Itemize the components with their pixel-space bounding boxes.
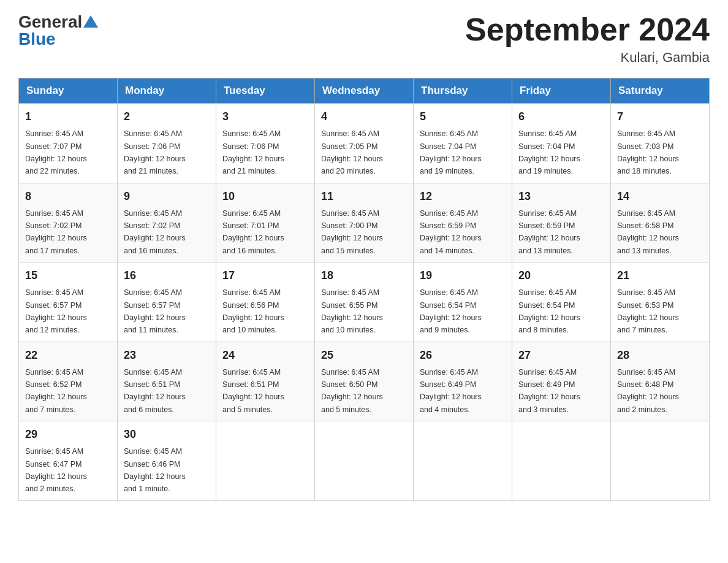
table-row xyxy=(512,421,611,501)
logo-blue-text: Blue xyxy=(18,29,56,49)
day-number: 11 xyxy=(321,188,407,205)
table-row: 9 Sunrise: 6:45 AMSunset: 7:02 PMDayligh… xyxy=(118,183,216,262)
day-info: Sunrise: 6:45 AMSunset: 7:02 PMDaylight:… xyxy=(124,209,186,255)
header-wednesday: Wednesday xyxy=(315,79,414,104)
day-number: 3 xyxy=(222,109,308,125)
page-header: General Blue September 2024 Kulari, Gamb… xyxy=(18,12,710,66)
day-info: Sunrise: 6:45 AMSunset: 6:57 PMDaylight:… xyxy=(124,288,186,334)
table-row: 8 Sunrise: 6:45 AMSunset: 7:02 PMDayligh… xyxy=(19,183,118,262)
day-info: Sunrise: 6:45 AMSunset: 6:46 PMDaylight:… xyxy=(124,447,186,493)
day-number: 18 xyxy=(321,267,407,284)
day-number: 20 xyxy=(518,267,604,284)
day-info: Sunrise: 6:45 AMSunset: 6:55 PMDaylight:… xyxy=(321,288,383,334)
table-row: 20 Sunrise: 6:45 AMSunset: 6:54 PMDaylig… xyxy=(512,262,611,342)
logo-icon: General Blue xyxy=(18,12,98,49)
table-row: 13 Sunrise: 6:45 AMSunset: 6:59 PMDaylig… xyxy=(512,183,611,262)
title-section: September 2024 Kulari, Gambia xyxy=(465,12,710,66)
day-number: 9 xyxy=(124,188,210,205)
day-info: Sunrise: 6:45 AMSunset: 6:53 PMDaylight:… xyxy=(617,288,679,334)
calendar-week-2: 8 Sunrise: 6:45 AMSunset: 7:02 PMDayligh… xyxy=(19,183,710,262)
day-info: Sunrise: 6:45 AMSunset: 6:49 PMDaylight:… xyxy=(518,368,580,414)
day-info: Sunrise: 6:45 AMSunset: 6:54 PMDaylight:… xyxy=(420,288,482,334)
day-number: 7 xyxy=(617,109,703,125)
day-info: Sunrise: 6:45 AMSunset: 6:47 PMDaylight:… xyxy=(25,447,87,493)
day-number: 28 xyxy=(617,347,703,364)
day-info: Sunrise: 6:45 AMSunset: 6:51 PMDaylight:… xyxy=(222,368,284,414)
table-row: 30 Sunrise: 6:45 AMSunset: 6:46 PMDaylig… xyxy=(118,421,216,501)
table-row: 15 Sunrise: 6:45 AMSunset: 6:57 PMDaylig… xyxy=(19,262,118,342)
day-info: Sunrise: 6:45 AMSunset: 7:03 PMDaylight:… xyxy=(617,129,679,175)
day-info: Sunrise: 6:45 AMSunset: 7:06 PMDaylight:… xyxy=(124,129,186,175)
day-number: 30 xyxy=(124,426,210,443)
header-tuesday: Tuesday xyxy=(216,79,315,104)
day-number: 14 xyxy=(617,188,703,205)
day-info: Sunrise: 6:45 AMSunset: 7:04 PMDaylight:… xyxy=(518,129,580,175)
table-row: 26 Sunrise: 6:45 AMSunset: 6:49 PMDaylig… xyxy=(414,342,512,421)
table-row: 23 Sunrise: 6:45 AMSunset: 6:51 PMDaylig… xyxy=(118,342,216,421)
day-number: 8 xyxy=(25,188,111,205)
day-info: Sunrise: 6:45 AMSunset: 6:57 PMDaylight:… xyxy=(25,288,87,334)
table-row xyxy=(414,421,512,501)
table-row: 5 Sunrise: 6:45 AMSunset: 7:04 PMDayligh… xyxy=(414,104,512,183)
calendar-week-1: 1 Sunrise: 6:45 AMSunset: 7:07 PMDayligh… xyxy=(19,104,710,183)
table-row: 18 Sunrise: 6:45 AMSunset: 6:55 PMDaylig… xyxy=(315,262,414,342)
day-info: Sunrise: 6:45 AMSunset: 7:05 PMDaylight:… xyxy=(321,129,383,175)
table-row: 14 Sunrise: 6:45 AMSunset: 6:58 PMDaylig… xyxy=(611,183,710,262)
day-info: Sunrise: 6:45 AMSunset: 6:48 PMDaylight:… xyxy=(617,368,679,414)
day-number: 13 xyxy=(518,188,604,205)
day-info: Sunrise: 6:45 AMSunset: 6:56 PMDaylight:… xyxy=(222,288,284,334)
day-number: 26 xyxy=(420,347,506,364)
day-info: Sunrise: 6:45 AMSunset: 7:04 PMDaylight:… xyxy=(420,129,482,175)
header-saturday: Saturday xyxy=(611,79,710,104)
table-row: 22 Sunrise: 6:45 AMSunset: 6:52 PMDaylig… xyxy=(19,342,118,421)
calendar-week-3: 15 Sunrise: 6:45 AMSunset: 6:57 PMDaylig… xyxy=(19,262,710,342)
day-number: 15 xyxy=(25,267,111,284)
location-subtitle: Kulari, Gambia xyxy=(465,50,710,66)
table-row: 2 Sunrise: 6:45 AMSunset: 7:06 PMDayligh… xyxy=(118,104,216,183)
day-number: 17 xyxy=(222,267,308,284)
day-info: Sunrise: 6:45 AMSunset: 6:51 PMDaylight:… xyxy=(124,368,186,414)
table-row: 19 Sunrise: 6:45 AMSunset: 6:54 PMDaylig… xyxy=(414,262,512,342)
day-info: Sunrise: 6:45 AMSunset: 7:01 PMDaylight:… xyxy=(222,209,284,255)
day-info: Sunrise: 6:45 AMSunset: 6:54 PMDaylight:… xyxy=(518,288,580,334)
day-info: Sunrise: 6:45 AMSunset: 6:59 PMDaylight:… xyxy=(518,209,580,255)
table-row xyxy=(611,421,710,501)
header-friday: Friday xyxy=(512,79,611,104)
day-number: 25 xyxy=(321,347,407,364)
table-row: 1 Sunrise: 6:45 AMSunset: 7:07 PMDayligh… xyxy=(19,104,118,183)
day-info: Sunrise: 6:45 AMSunset: 6:50 PMDaylight:… xyxy=(321,368,383,414)
day-info: Sunrise: 6:45 AMSunset: 7:06 PMDaylight:… xyxy=(222,129,284,175)
table-row: 6 Sunrise: 6:45 AMSunset: 7:04 PMDayligh… xyxy=(512,104,611,183)
table-row: 24 Sunrise: 6:45 AMSunset: 6:51 PMDaylig… xyxy=(216,342,315,421)
day-number: 2 xyxy=(124,109,210,125)
day-info: Sunrise: 6:45 AMSunset: 7:07 PMDaylight:… xyxy=(25,129,87,175)
day-number: 27 xyxy=(518,347,604,364)
logo-triangle-up xyxy=(83,15,98,28)
table-row: 29 Sunrise: 6:45 AMSunset: 6:47 PMDaylig… xyxy=(19,421,118,501)
day-number: 16 xyxy=(124,267,210,284)
day-number: 22 xyxy=(25,347,111,364)
table-row: 25 Sunrise: 6:45 AMSunset: 6:50 PMDaylig… xyxy=(315,342,414,421)
table-row: 17 Sunrise: 6:45 AMSunset: 6:56 PMDaylig… xyxy=(216,262,315,342)
day-number: 5 xyxy=(420,109,506,125)
logo: General Blue xyxy=(18,12,98,49)
day-info: Sunrise: 6:45 AMSunset: 6:52 PMDaylight:… xyxy=(25,368,87,414)
day-info: Sunrise: 6:45 AMSunset: 7:02 PMDaylight:… xyxy=(25,209,87,255)
day-number: 12 xyxy=(420,188,506,205)
header-monday: Monday xyxy=(118,79,216,104)
table-row: 28 Sunrise: 6:45 AMSunset: 6:48 PMDaylig… xyxy=(611,342,710,421)
calendar-header-row: Sunday Monday Tuesday Wednesday Thursday… xyxy=(19,79,710,104)
table-row: 21 Sunrise: 6:45 AMSunset: 6:53 PMDaylig… xyxy=(611,262,710,342)
table-row: 16 Sunrise: 6:45 AMSunset: 6:57 PMDaylig… xyxy=(118,262,216,342)
table-row: 7 Sunrise: 6:45 AMSunset: 7:03 PMDayligh… xyxy=(611,104,710,183)
table-row: 11 Sunrise: 6:45 AMSunset: 7:00 PMDaylig… xyxy=(315,183,414,262)
month-year-title: September 2024 xyxy=(465,12,710,47)
day-number: 21 xyxy=(617,267,703,284)
day-number: 23 xyxy=(124,347,210,364)
table-row: 10 Sunrise: 6:45 AMSunset: 7:01 PMDaylig… xyxy=(216,183,315,262)
table-row xyxy=(315,421,414,501)
day-number: 24 xyxy=(222,347,308,364)
day-info: Sunrise: 6:45 AMSunset: 6:58 PMDaylight:… xyxy=(617,209,679,255)
header-sunday: Sunday xyxy=(19,79,118,104)
day-info: Sunrise: 6:45 AMSunset: 6:49 PMDaylight:… xyxy=(420,368,482,414)
